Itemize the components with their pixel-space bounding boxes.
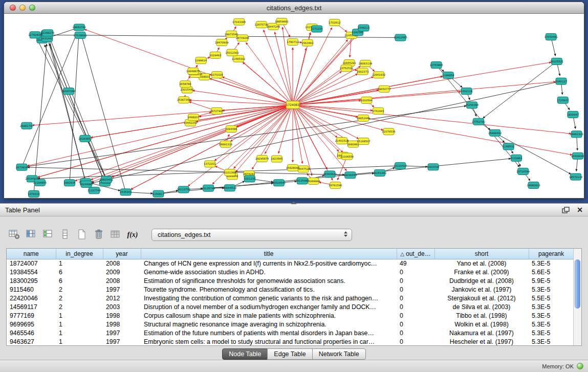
table-row[interactable]: 1872400712008Changes of HCN gene express…	[7, 259, 574, 268]
column-header[interactable]: name	[7, 249, 56, 259]
network-canvas[interactable]: 1780712156346313150398170281221455426106…	[4, 14, 584, 199]
table-selector-dropdown[interactable]: citations_edges.txt	[151, 229, 352, 241]
svg-text:18135983: 18135983	[295, 179, 309, 182]
table-cell: 49	[397, 259, 434, 268]
table-panel-body: f(x) citations_edges.txt namein_degreeye…	[0, 216, 588, 360]
table-cell: 0	[397, 320, 434, 329]
column-header[interactable]: in_degree	[56, 249, 103, 259]
svg-text:15168507: 15168507	[357, 140, 370, 143]
zoom-window-button[interactable]	[29, 5, 35, 11]
table-row[interactable]: 977716911998Corpus callosum shape and si…	[7, 311, 574, 320]
table-cell: Embryonic stem cells: a model to study s…	[141, 337, 397, 346]
narrow-table-icon	[59, 229, 71, 242]
vertical-scrollbar[interactable]	[573, 249, 581, 345]
table-cell: 0	[397, 311, 434, 320]
table-cell: Hescheler et al. (1997)	[434, 337, 529, 346]
create-column-button[interactable]	[41, 228, 55, 242]
new-document-icon	[76, 229, 88, 242]
table-row[interactable]: 2242004622012Investigating the contribut…	[7, 294, 574, 302]
network-window: citations_edges.txt 17807121563463131503…	[4, 2, 584, 199]
minimize-window-button[interactable]	[19, 5, 26, 11]
tab-edge-table[interactable]: Edge Table	[267, 348, 312, 360]
table-row[interactable]: 1938455462009Genome-wide association stu…	[7, 268, 574, 276]
svg-text:28727905: 28727905	[210, 110, 223, 113]
svg-text:14680913: 14680913	[527, 184, 540, 187]
table-cell: Estimation of significance thresholds fo…	[141, 276, 397, 285]
svg-text:1903436: 1903436	[427, 165, 439, 168]
scrollbar-thumb[interactable]	[575, 259, 580, 309]
table-cell: 9777169	[7, 311, 56, 320]
table-row[interactable]: 969969511998Structural magnetic resonanc…	[7, 320, 574, 329]
network-window-titlebar[interactable]: citations_edges.txt	[4, 2, 584, 14]
node-table[interactable]: namein_degreeyeartitle△out_de…shortpager…	[7, 249, 574, 346]
table-cell: Nakamura et al. (1997)	[434, 329, 529, 337]
svg-text:25256384: 25256384	[465, 103, 479, 106]
table-cell: 2	[56, 294, 103, 302]
new-table-button[interactable]	[75, 228, 89, 242]
table-cell: 1	[56, 259, 103, 268]
svg-text:18470909: 18470909	[215, 41, 228, 44]
svg-text:26529540: 26529540	[272, 181, 286, 184]
table-cell: 0	[397, 329, 434, 337]
memory-status-indicator[interactable]	[577, 363, 583, 369]
column-header[interactable]: pagerank	[529, 249, 574, 259]
table-cell: 9699695	[7, 320, 56, 329]
svg-text:2673934: 2673934	[16, 166, 28, 169]
window-controls	[10, 5, 39, 11]
table-cell: 5.3E-5	[529, 311, 574, 320]
column-header[interactable]: title	[141, 249, 397, 259]
svg-text:22641632: 22641632	[372, 73, 385, 76]
panel-resize-grip[interactable]	[291, 202, 297, 204]
svg-text:10912465: 10912465	[394, 36, 407, 39]
svg-text:27038691: 27038691	[73, 34, 86, 37]
close-window-button[interactable]	[10, 5, 16, 11]
table-row[interactable]: 1830029562008Estimation of significance …	[7, 276, 574, 285]
delete-column-button[interactable]	[92, 228, 106, 242]
svg-text:2658766: 2658766	[180, 82, 191, 85]
svg-text:1702812: 1702812	[329, 21, 340, 24]
column-header[interactable]: short	[434, 249, 529, 259]
column-header[interactable]: △out_de…	[397, 249, 434, 259]
table-cell: Investigating the contribution of common…	[141, 294, 397, 302]
svg-text:21401512: 21401512	[335, 139, 349, 142]
svg-text:1372201: 1372201	[204, 162, 216, 165]
table-columns-icon	[25, 229, 37, 242]
table-row[interactable]: 911546021997Tourette syndrome. Phenomeno…	[7, 285, 574, 294]
table-row[interactable]: 946554611997Estimation of the future num…	[7, 329, 574, 337]
table-cell: 1998	[103, 311, 141, 320]
table-cell: 0	[397, 276, 434, 285]
table-cell: Changes of HCN gene expression and I(f) …	[141, 259, 397, 268]
delete-table-button[interactable]	[108, 228, 123, 242]
svg-text:2431442: 2431442	[41, 37, 53, 40]
column-header[interactable]: year	[103, 249, 141, 259]
tab-node-table[interactable]: Node Table	[222, 348, 268, 360]
svg-text:16447246: 16447246	[267, 25, 280, 28]
tab-network-table[interactable]: Network Table	[312, 348, 366, 360]
table-cell: 1997	[103, 285, 141, 294]
table-cell: Franke et al. (2009)	[434, 268, 529, 276]
close-panel-icon[interactable]: ✕	[577, 206, 583, 213]
table-row[interactable]: 1456911722003Disruption of a novel membe…	[7, 302, 574, 311]
svg-text:23120427: 23120427	[394, 164, 407, 167]
table-panel-header: Table Panel ✕	[0, 203, 588, 216]
table-cell: 1	[56, 329, 103, 337]
table-row[interactable]: 946362711997Embryonic stem cells: a mode…	[7, 337, 574, 346]
svg-text:22194855: 22194855	[33, 181, 47, 184]
svg-text:1923565: 1923565	[271, 157, 282, 160]
svg-text:1682634: 1682634	[63, 181, 76, 184]
table-cell: Genome-wide association studies in ADHD.	[141, 268, 397, 276]
import-table-button[interactable]	[58, 228, 72, 242]
table-cell: 6	[56, 268, 103, 276]
table-options-button[interactable]	[7, 228, 21, 242]
svg-text:1780712: 1780712	[287, 40, 298, 43]
svg-text:26644519: 26644519	[223, 186, 236, 189]
svg-text:24113750: 24113750	[177, 188, 190, 191]
table-cell: 5.9E-5	[529, 276, 574, 285]
svg-text:18859660: 18859660	[275, 20, 288, 23]
table-cell: 5.3E-5	[529, 259, 574, 268]
table-cell: 0	[397, 285, 434, 294]
show-columns-button[interactable]	[24, 228, 38, 242]
svg-text:22076536: 22076536	[382, 130, 395, 133]
float-panel-icon[interactable]	[562, 207, 570, 213]
function-builder-button[interactable]: f(x)	[125, 228, 140, 242]
